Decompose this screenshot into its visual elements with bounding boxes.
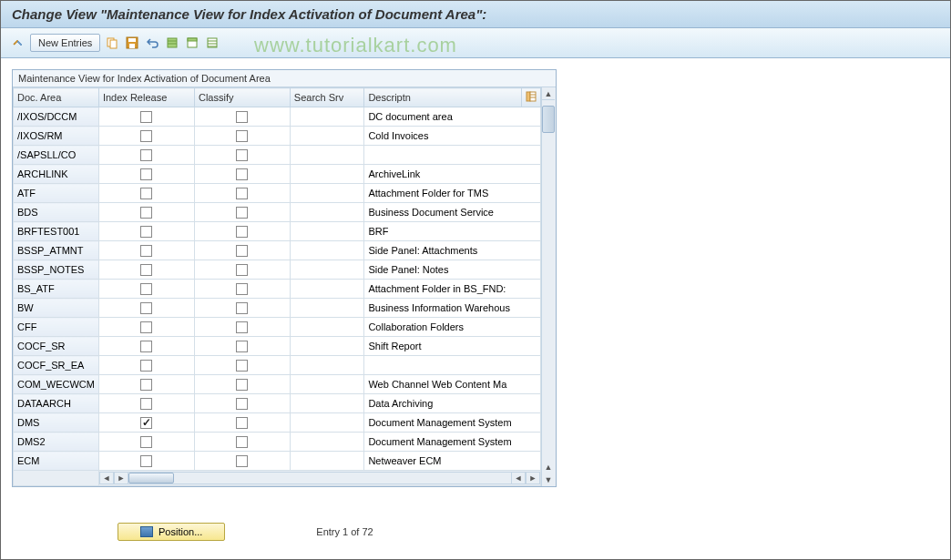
table-row[interactable]: CFF Collaboration Folders (14, 318, 541, 337)
release-cell[interactable] (98, 375, 194, 394)
desc-cell[interactable]: Attachment Folder for TMS (364, 184, 541, 203)
classify-checkbox[interactable] (236, 207, 248, 219)
classify-checkbox[interactable] (236, 302, 248, 314)
release-cell[interactable] (98, 241, 194, 260)
area-cell[interactable]: DATAARCH (14, 394, 99, 413)
table-row[interactable]: /IXOS/DCCM DC document area (14, 107, 541, 127)
desc-cell[interactable]: Netweaver ECM (364, 452, 541, 471)
release-cell[interactable] (98, 356, 194, 375)
hscroll-step-right-icon[interactable]: ► (114, 472, 128, 484)
print-icon[interactable] (204, 35, 220, 51)
classify-checkbox[interactable] (236, 264, 248, 276)
table-row[interactable]: ECM Netweaver ECM (14, 452, 541, 471)
classify-cell[interactable] (194, 260, 290, 280)
area-cell[interactable]: ECM (14, 452, 99, 471)
col-desc-header[interactable]: Descriptn (364, 88, 522, 107)
release-checkbox[interactable] (140, 149, 152, 161)
classify-cell[interactable] (194, 433, 290, 452)
release-checkbox[interactable] (140, 417, 152, 429)
area-cell[interactable]: DMS2 (14, 433, 99, 452)
hscroll-step-left-icon[interactable]: ◄ (511, 472, 526, 484)
search-cell[interactable] (290, 260, 364, 280)
desc-cell[interactable]: Collaboration Folders (364, 318, 541, 337)
classify-checkbox[interactable] (236, 188, 248, 199)
release-cell[interactable] (98, 433, 194, 452)
search-cell[interactable] (290, 127, 364, 146)
classify-cell[interactable] (194, 203, 290, 222)
release-checkbox[interactable] (140, 283, 152, 295)
desc-cell[interactable]: DC document area (364, 107, 541, 127)
hscroll-left-icon[interactable]: ◄ (99, 472, 114, 484)
table-row[interactable]: /IXOS/RM Cold Invoices (14, 127, 541, 146)
classify-checkbox[interactable] (236, 436, 248, 448)
search-cell[interactable] (290, 318, 364, 337)
desc-cell[interactable]: Document Management System (364, 433, 541, 452)
classify-checkbox[interactable] (236, 111, 248, 123)
release-checkbox[interactable] (140, 455, 152, 467)
copy-icon[interactable] (104, 35, 120, 51)
desc-cell[interactable]: ArchiveLink (364, 165, 541, 184)
col-release-header[interactable]: Index Release (98, 88, 194, 107)
search-cell[interactable] (290, 299, 364, 318)
release-cell[interactable] (98, 184, 194, 203)
classify-checkbox[interactable] (236, 379, 248, 391)
search-cell[interactable] (290, 452, 364, 471)
classify-cell[interactable] (194, 280, 290, 299)
classify-cell[interactable] (194, 413, 290, 433)
area-cell[interactable]: BSSP_ATMNT (14, 241, 99, 260)
release-cell[interactable] (98, 337, 194, 356)
classify-checkbox[interactable] (236, 417, 248, 429)
classify-checkbox[interactable] (236, 245, 248, 257)
classify-checkbox[interactable] (236, 168, 248, 180)
area-cell[interactable]: COM_WECWCM (14, 375, 99, 394)
area-cell[interactable]: ATF (14, 184, 99, 203)
classify-cell[interactable] (194, 299, 290, 318)
release-checkbox[interactable] (140, 168, 152, 180)
classify-cell[interactable] (194, 222, 290, 241)
classify-checkbox[interactable] (236, 283, 248, 295)
desc-cell[interactable]: Document Management System (364, 413, 541, 433)
vscroll-up-icon[interactable]: ▲ (542, 87, 555, 100)
classify-cell[interactable] (194, 452, 290, 471)
search-cell[interactable] (290, 165, 364, 184)
search-cell[interactable] (290, 433, 364, 452)
release-checkbox[interactable] (140, 245, 152, 257)
deselect-all-icon[interactable] (184, 35, 200, 51)
desc-cell[interactable]: Side Panel: Notes (364, 260, 541, 280)
release-cell[interactable] (98, 222, 194, 241)
undo-icon[interactable] (144, 35, 160, 51)
table-row[interactable]: BSSP_NOTES Side Panel: Notes (14, 260, 541, 280)
select-all-icon[interactable] (164, 35, 180, 51)
area-cell[interactable]: DMS (14, 413, 99, 433)
col-classify-header[interactable]: Classify (194, 88, 290, 107)
desc-cell[interactable]: Side Panel: Attachments (364, 241, 541, 260)
release-cell[interactable] (98, 299, 194, 318)
table-row[interactable]: BSSP_ATMNT Side Panel: Attachments (14, 241, 541, 260)
desc-cell[interactable]: Shift Report (364, 337, 541, 356)
desc-cell[interactable]: Data Archiving (364, 394, 541, 413)
classify-checkbox[interactable] (236, 149, 248, 161)
table-row[interactable]: COCF_SR Shift Report (14, 337, 541, 356)
release-cell[interactable] (98, 318, 194, 337)
classify-cell[interactable] (194, 241, 290, 260)
vscroll-step-up-icon[interactable]: ▲ (542, 461, 555, 473)
desc-cell[interactable] (364, 146, 541, 165)
new-entries-button[interactable]: New Entries (30, 34, 100, 52)
area-cell[interactable]: /IXOS/RM (14, 127, 99, 146)
col-area-header[interactable]: Doc. Area (14, 88, 99, 107)
search-cell[interactable] (290, 241, 364, 260)
release-cell[interactable] (98, 107, 194, 127)
area-cell[interactable]: COCF_SR (14, 337, 99, 356)
desc-cell[interactable]: Business Information Warehous (364, 299, 541, 318)
release-cell[interactable] (98, 413, 194, 433)
area-cell[interactable]: BDS (14, 203, 99, 222)
search-cell[interactable] (290, 222, 364, 241)
search-cell[interactable] (290, 146, 364, 165)
classify-checkbox[interactable] (236, 321, 248, 333)
release-checkbox[interactable] (140, 264, 152, 276)
classify-cell[interactable] (194, 146, 290, 165)
vscroll[interactable]: ▲ ▲ ▼ (541, 87, 556, 486)
search-cell[interactable] (290, 280, 364, 299)
release-checkbox[interactable] (140, 302, 152, 314)
release-checkbox[interactable] (140, 379, 152, 391)
